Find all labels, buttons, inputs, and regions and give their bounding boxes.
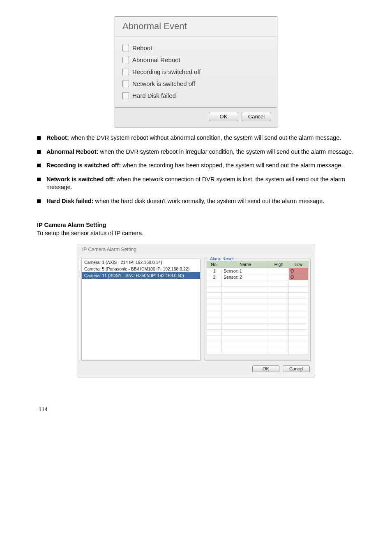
cell-high[interactable] [269, 274, 289, 280]
page-number: 114 [39, 406, 48, 412]
col-no: No. [207, 261, 222, 268]
table-row[interactable] [207, 305, 309, 311]
checkbox-abnormal-reboot[interactable] [122, 57, 129, 63]
checkbox-label: Recording is switched off [132, 68, 201, 75]
bullet-text: Reboot: when the DVR system reboot witho… [46, 134, 341, 142]
table-row[interactable]: 2 Sensor: 2 O [207, 274, 309, 280]
checkbox-reboot[interactable] [122, 45, 129, 51]
square-bullet-icon [37, 178, 41, 181]
col-high: High [269, 261, 289, 268]
page-footer: 114 [37, 406, 355, 412]
table-row[interactable] [207, 280, 309, 287]
cell-low[interactable]: O [289, 274, 309, 280]
bullet-text: Network is switched off: when the networ… [46, 176, 355, 192]
table-row[interactable] [207, 317, 309, 324]
alarm-reset-group: Alarm Reset No. Name High Low [205, 259, 311, 361]
bullet-text: Hard Disk failed: when the hard disk doe… [46, 197, 324, 206]
checkbox-hdd-failed[interactable] [122, 92, 129, 99]
col-name: Name [222, 261, 269, 268]
cancel-button[interactable]: Cancel [242, 112, 271, 121]
bullet-text: Recording is switched off: when the reco… [46, 162, 343, 170]
table-row[interactable] [207, 348, 309, 354]
bullet-item: Network is switched off: when the networ… [37, 176, 355, 192]
checkbox-row[interactable]: Abnormal Reboot [122, 54, 270, 66]
camera-list-item[interactable]: Camera: 5 (Panasonic - BB-HCM100 IP: 192… [82, 266, 200, 272]
checkbox-recording-off[interactable] [122, 69, 129, 75]
sensor-table: No. Name High Low 1 Sensor: 1 O [207, 261, 309, 354]
bullet-item: Hard Disk failed: when the hard disk doe… [37, 197, 355, 206]
section-header: IP Camera Alarm Setting [37, 222, 355, 228]
abnormal-dialog-footer: OK Cancel [115, 107, 277, 127]
bullet-item: Recording is switched off: when the reco… [37, 162, 355, 170]
ok-button[interactable]: OK [252, 365, 279, 372]
camera-list[interactable]: Camera: 1 (AXIS - 214 IP: 192.168.0.14) … [81, 259, 201, 361]
bullet-item: Reboot: when the DVR system reboot witho… [37, 134, 355, 142]
section-text: To setup the sensor status of IP camera. [37, 230, 355, 236]
cell-name: Sensor: 1 [222, 268, 269, 274]
square-bullet-icon [37, 164, 41, 167]
checkbox-row[interactable]: Network is switched off [122, 78, 270, 90]
checkbox-label: Hard Disk failed [132, 92, 176, 99]
checkbox-row[interactable]: Hard Disk failed [122, 90, 270, 102]
cell-no: 1 [207, 268, 222, 274]
cell-no: 2 [207, 274, 222, 280]
camera-list-item[interactable]: Camera: 11 (SONY - SNC-RZ50N IP: 192.168… [82, 272, 200, 279]
bullet-text: Abnormal Reboot: when the DVR system reb… [46, 148, 353, 156]
table-row[interactable] [207, 311, 309, 317]
abnormal-event-body: Reboot Abnormal Reboot Recording is swit… [115, 37, 277, 107]
table-row[interactable] [207, 330, 309, 336]
abnormal-event-dialog: Abnormal Event Reboot Abnormal Reboot Re… [115, 16, 277, 127]
square-bullet-icon [37, 136, 41, 140]
col-low: Low [289, 261, 309, 268]
table-row[interactable] [207, 324, 309, 330]
table-row[interactable] [207, 336, 309, 342]
alarm-reset-legend: Alarm Reset [208, 256, 235, 261]
table-row[interactable] [207, 287, 309, 293]
ip-dialog-title: IP Camera Alarm Setting [78, 244, 314, 255]
cell-low[interactable]: O [289, 268, 309, 274]
bullet-item: Abnormal Reboot: when the DVR system reb… [37, 148, 355, 156]
ip-dialog-footer: OK Cancel [78, 362, 314, 377]
camera-list-item[interactable]: Camera: 1 (AXIS - 214 IP: 192.168.0.14) [82, 259, 200, 266]
table-row[interactable]: 1 Sensor: 1 O [207, 268, 309, 274]
checkbox-network-off[interactable] [122, 81, 129, 87]
abnormal-event-title: Abnormal Event [115, 17, 277, 37]
checkbox-row[interactable]: Recording is switched off [122, 66, 270, 78]
checkbox-label: Abnormal Reboot [132, 56, 180, 63]
cancel-button[interactable]: Cancel [283, 365, 310, 372]
table-row[interactable] [207, 299, 309, 305]
table-row[interactable] [207, 293, 309, 299]
square-bullet-icon [37, 199, 41, 203]
checkbox-label: Network is switched off [132, 80, 195, 87]
bullet-list: Reboot: when the DVR system reboot witho… [37, 134, 355, 205]
cell-name: Sensor: 2 [222, 274, 269, 280]
table-row[interactable] [207, 342, 309, 348]
square-bullet-icon [37, 150, 41, 154]
ok-button[interactable]: OK [209, 112, 238, 121]
checkbox-label: Reboot [132, 44, 152, 51]
checkbox-row[interactable]: Reboot [122, 42, 270, 54]
cell-high[interactable] [269, 268, 289, 274]
ip-camera-alarm-dialog: IP Camera Alarm Setting Camera: 1 (AXIS … [78, 244, 314, 377]
